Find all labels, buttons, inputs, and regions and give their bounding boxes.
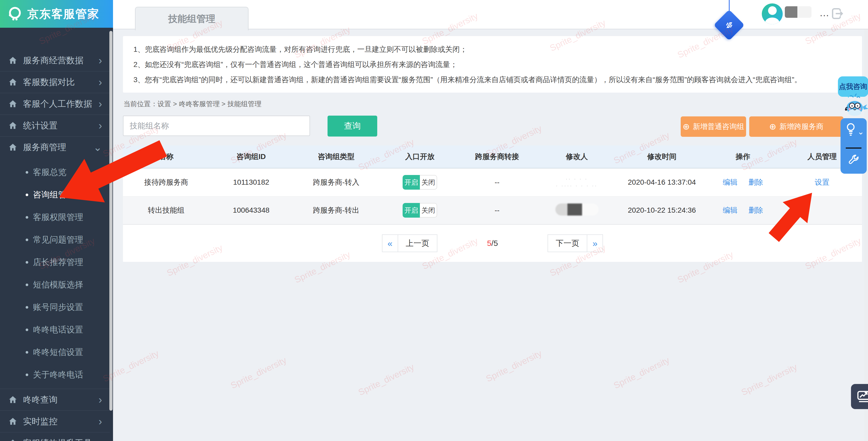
- page-indicator: 5/5: [487, 239, 498, 248]
- home-icon: [8, 143, 17, 152]
- sidebar-item-performance-tools[interactable]: 客服绩效提升工具 ›: [0, 432, 110, 441]
- cell-modified-time: 2020-10-22 15:24:36: [620, 196, 704, 224]
- sidebar-item-cs-compare[interactable]: 客服数据对比 ›: [0, 71, 110, 93]
- delete-link[interactable]: 删除: [748, 206, 763, 214]
- table-row: 转出技能组 100643348 跨服务商-转出 开启 关闭 -- 2020-10…: [123, 196, 862, 224]
- col-entry-open: 入口开放: [379, 146, 460, 168]
- toggle-off-button[interactable]: 关闭: [420, 175, 437, 190]
- add-cross-provider-button[interactable]: ⊕ 新增跨服务商: [749, 116, 843, 137]
- chart-trend-icon: [856, 389, 868, 404]
- sidebar-item-label: 客服绩效提升工具: [23, 437, 92, 441]
- sidebar-item-provider-data[interactable]: 服务商经营数据 ›: [0, 50, 110, 71]
- toggle-on-button[interactable]: 开启: [403, 175, 420, 190]
- sidebar-scrollbar[interactable]: [110, 31, 113, 411]
- notice-panel: 1、兜底咨询组作为最低优先级分配咨询流量，对所有咨询进行兜底，一旦建立则不可以被…: [123, 36, 862, 93]
- home-icon: [8, 56, 17, 65]
- sidebar-subitem-about-dongdong-phone[interactable]: 关于咚咚电话: [0, 364, 110, 386]
- tab-label: 技能组管理: [168, 12, 215, 25]
- sidebar-subitem-label: 账号同步设置: [33, 302, 83, 313]
- sidebar-subitem-dongdong-sms-settings[interactable]: 咚咚短信设置: [0, 341, 110, 364]
- sidebar-item-dongdong-query[interactable]: 咚咚查询 ›: [0, 389, 110, 411]
- chevron-down-icon[interactable]: ⌄: [858, 127, 864, 136]
- sidebar-subitem-sms-template[interactable]: 短信模版选择: [0, 274, 110, 296]
- query-button[interactable]: 查询: [328, 116, 377, 136]
- sidebar-submenu: 客服总览 咨询组管理 客服权限管理 常见问题管理 店长推荐管理 短信模版选择 账…: [0, 158, 110, 389]
- col-operations: 操作: [704, 146, 782, 168]
- sidebar-subitem-dongdong-phone-settings[interactable]: 咚咚电话设置: [0, 319, 110, 341]
- bullet-icon: [26, 328, 28, 331]
- col-group-id: 咨询组ID: [209, 146, 293, 168]
- ellipsis-label: …: [819, 7, 830, 19]
- sidebar-item-label: 客服个人工作数据: [23, 98, 92, 110]
- staff-setting-link[interactable]: 设置: [815, 178, 830, 186]
- col-modified-time: 修改时间: [620, 146, 704, 168]
- sidebar-item-realtime-monitor[interactable]: 实时监控 ›: [0, 411, 110, 432]
- app-logo: 京东客服管家: [0, 0, 113, 28]
- add-normal-group-button[interactable]: ⊕ 新增普通咨询组: [681, 116, 746, 137]
- sidebar-item-cs-personal-data[interactable]: 客服个人工作数据 ›: [0, 93, 110, 115]
- tab-skill-group-management[interactable]: 技能组管理: [135, 7, 249, 30]
- edit-link[interactable]: 编辑: [723, 206, 738, 214]
- cell-name: 转出技能组: [123, 196, 209, 224]
- sidebar-item-label: 服务商经营数据: [23, 55, 84, 66]
- sidebar-subitem-cs-permission[interactable]: 客服权限管理: [0, 206, 110, 229]
- cell-group-type: 跨服务商-转入: [293, 168, 379, 196]
- sidebar-menu: 服务商经营数据 › 客服数据对比 › 客服个人工作数据 › 统计设置 › 服务商…: [0, 28, 110, 441]
- user-avatar[interactable]: [762, 3, 783, 24]
- table-header-row: 名称 咨询组ID 咨询组类型 入口开放 跨服务商转接 修改人 修改时间 操作 人…: [123, 146, 862, 168]
- toggle-on-button[interactable]: 开启: [403, 203, 420, 218]
- edit-link[interactable]: 编辑: [723, 178, 738, 186]
- skill-group-name-input[interactable]: [123, 116, 310, 136]
- breadcrumb: 当前位置：设置 > 咚咚客服管理 > 技能组管理: [123, 99, 261, 108]
- whale-mascot: [842, 94, 868, 120]
- next-page-button[interactable]: 下一页: [548, 235, 587, 252]
- sidebar-subitem-consult-group-management[interactable]: 咨询组管理: [0, 184, 110, 206]
- sidebar-item-stats-settings[interactable]: 统计设置 ›: [0, 115, 110, 136]
- sidebar-subitem-label: 咨询组管理: [33, 189, 75, 200]
- cell-staff-management: [782, 196, 862, 224]
- sidebar-subitem-label: 客服权限管理: [33, 212, 83, 223]
- sidebar-subitem-account-sync[interactable]: 账号同步设置: [0, 296, 110, 319]
- add-normal-label: 新增普通咨询组: [693, 122, 744, 132]
- add-cross-label: 新增跨服务商: [779, 122, 823, 132]
- sidebar-subitem-cs-overview[interactable]: 客服总览: [0, 161, 110, 184]
- toggle-off-button[interactable]: 关闭: [420, 203, 437, 218]
- bullet-icon: [26, 284, 28, 286]
- notice-line-1: 1、兜底咨询组作为最低优先级分配咨询流量，对所有咨询进行兜底，一旦建立则不可以被…: [133, 42, 851, 57]
- wrench-icon[interactable]: [847, 154, 860, 167]
- cell-group-id: 100643348: [209, 196, 293, 224]
- bullet-icon: [26, 194, 28, 196]
- app-title: 京东客服管家: [27, 6, 99, 22]
- entry-open-toggle: 开启 关闭: [403, 203, 437, 218]
- username-redacted: [785, 6, 811, 18]
- last-page-button[interactable]: »: [587, 235, 602, 252]
- plus-circle-icon: ⊕: [769, 122, 776, 131]
- skill-group-table: 名称 咨询组ID 咨询组类型 入口开放 跨服务商转接 修改人 修改时间 操作 人…: [123, 146, 862, 262]
- sidebar-subitem-faq-management[interactable]: 常见问题管理: [0, 229, 110, 251]
- sidebar-item-provider-management[interactable]: 服务商管理 ⌄: [0, 136, 110, 158]
- sidebar-subitem-recommend-management[interactable]: 店长推荐管理: [0, 251, 110, 274]
- modifier-redacted-blob: [555, 203, 598, 216]
- main-content: 1、兜底咨询组作为最低优先级分配咨询流量，对所有咨询进行兜底，一旦建立则不可以被…: [113, 29, 868, 441]
- bullet-icon: [26, 239, 28, 241]
- bullet-icon: [26, 261, 28, 264]
- lightbulb-icon[interactable]: [845, 122, 857, 138]
- cell-modified-time: 2020-04-16 13:37:04: [620, 168, 704, 196]
- logout-icon[interactable]: [830, 7, 844, 22]
- home-icon: [8, 417, 17, 426]
- sidebar-subitem-label: 关于咚咚电话: [33, 369, 83, 381]
- first-page-button[interactable]: «: [382, 235, 398, 252]
- col-group-type: 咨询组类型: [293, 146, 379, 168]
- cell-group-id: 101130182: [209, 168, 293, 196]
- col-cross-transfer: 跨服务商转接: [460, 146, 534, 168]
- analytics-fab-button[interactable]: [851, 384, 868, 409]
- sidebar-subitem-label: 常见问题管理: [33, 234, 83, 246]
- sidebar: 京东客服管家 服务商经营数据 › 客服数据对比 › 客服个人工作数据 › 统计设…: [0, 0, 113, 441]
- prev-page-button[interactable]: 上一页: [398, 235, 437, 252]
- home-icon: [8, 439, 17, 441]
- cell-operations: 编辑 删除: [704, 196, 782, 224]
- cell-entry-open: 开启 关闭: [379, 196, 460, 224]
- sidebar-subitem-label: 短信模版选择: [33, 279, 83, 291]
- consult-me-label: 点我咨询: [839, 82, 867, 91]
- delete-link[interactable]: 删除: [748, 178, 763, 186]
